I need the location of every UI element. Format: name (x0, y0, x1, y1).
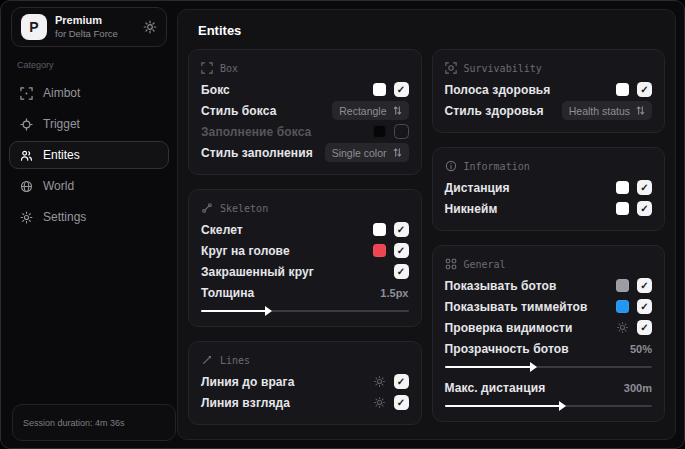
color-swatch[interactable] (373, 244, 386, 257)
card-header-label: General (464, 259, 506, 270)
slider-fill (445, 366, 534, 368)
color-swatch[interactable] (616, 83, 629, 96)
setting-row-filled-circle: Закрашенный круг ✓ (201, 261, 409, 282)
brand-title: Premium (55, 14, 118, 28)
setting-label: Толщина (201, 286, 380, 300)
sidebar-item-label: Entites (43, 148, 80, 162)
brand-logo: P (21, 14, 47, 40)
setting-label: Прозрачность ботов (445, 342, 630, 356)
setting-label: Показывать тиммейтов (445, 300, 617, 314)
color-swatch[interactable] (616, 202, 629, 215)
checkbox-checked[interactable]: ✓ (394, 395, 409, 410)
color-swatch[interactable] (373, 125, 386, 138)
checkbox-checked[interactable]: ✓ (637, 278, 652, 293)
setting-label: Закрашенный круг (201, 265, 394, 279)
target-icon (20, 118, 33, 131)
setting-row-max-distance: Макс. дистанция 300m (445, 377, 653, 398)
slider-thumb[interactable] (559, 401, 566, 411)
checkbox-checked[interactable]: ✓ (394, 264, 409, 279)
check-icon: ✓ (640, 204, 648, 214)
gear-icon[interactable] (373, 375, 386, 388)
slider-value: 300m (624, 382, 652, 394)
sidebar-item-settings[interactable]: Settings (9, 203, 169, 231)
setting-row-head-circle: Круг на голове ✓ (201, 240, 409, 261)
check-icon: ✓ (397, 85, 405, 95)
setting-row-visibility-check: Проверка видимости ✓ (445, 317, 653, 338)
slider-value: 50% (630, 343, 652, 355)
setting-row-line-enemy: Линия до врага ✓ (201, 371, 409, 392)
checkbox-checked[interactable]: ✓ (637, 180, 652, 195)
setting-row-fill-style: Стиль заполнения Single color (201, 142, 409, 163)
gear-icon[interactable] (373, 396, 386, 409)
sidebar-item-label: World (43, 179, 74, 193)
checkbox-checked[interactable]: ✓ (394, 243, 409, 258)
setting-label: Стиль заполнения (201, 146, 325, 160)
slider-fill (201, 310, 269, 312)
crosshair-icon (20, 87, 33, 100)
sidebar-item-world[interactable]: World (9, 172, 169, 200)
entities-icon (20, 149, 33, 162)
bots-opacity-slider[interactable] (445, 366, 653, 368)
setting-row-skeleton: Скелет ✓ (201, 219, 409, 240)
check-icon: ✓ (397, 246, 405, 256)
check-icon: ✓ (640, 85, 648, 95)
slider-value: 1.5px (380, 287, 408, 299)
card-information: Information Дистанция ✓ Никнейм ✓ (432, 147, 666, 231)
checkbox-checked[interactable]: ✓ (637, 201, 652, 216)
gear-icon (20, 211, 33, 224)
setting-row-line-sight: Линия взгляда ✓ (201, 392, 409, 413)
setting-label: Линия до врага (201, 375, 373, 389)
check-icon: ✓ (397, 398, 405, 408)
setting-label: Круг на голове (201, 244, 373, 258)
sidebar-item-entites[interactable]: Entites (9, 141, 169, 169)
color-swatch[interactable] (373, 83, 386, 96)
sidebar: P Premium for Delta Force Category (1, 1, 177, 448)
card-skeleton: Skeleton Скелет ✓ Круг на голове ✓ (188, 189, 422, 327)
left-column: Box Бокс ✓ Стиль бокса Rectangle (188, 49, 422, 425)
right-column: Survivability Полоса здоровья ✓ Стиль зд… (432, 49, 666, 425)
info-icon (445, 160, 457, 172)
sidebar-item-label: Trigget (43, 117, 80, 131)
setting-label: Стиль здоровья (445, 104, 562, 118)
setting-row-box-style: Стиль бокса Rectangle (201, 100, 409, 121)
sidebar-item-aimbot[interactable]: Aimbot (9, 79, 169, 107)
thickness-slider[interactable] (201, 310, 409, 312)
setting-label: Показывать ботов (445, 279, 617, 293)
setting-row-bots-opacity: Прозрачность ботов 50% (445, 338, 653, 359)
bone-icon (201, 202, 213, 214)
checkbox-checked[interactable]: ✓ (637, 320, 652, 335)
color-swatch[interactable] (373, 223, 386, 236)
dropdown-box-style[interactable]: Rectangle (332, 101, 408, 120)
sidebar-item-trigget[interactable]: Trigget (9, 110, 169, 138)
checkbox-checked[interactable]: ✓ (637, 299, 652, 314)
dropdown-health-style[interactable]: Health status (562, 101, 652, 120)
checkbox-checked[interactable]: ✓ (394, 374, 409, 389)
card-header-label: Lines (220, 355, 250, 366)
swap-arrows-icon (636, 105, 645, 116)
slider-thumb[interactable] (530, 362, 537, 372)
color-swatch[interactable] (616, 300, 629, 313)
dropdown-fill-style[interactable]: Single color (325, 143, 409, 162)
checkbox-checked[interactable]: ✓ (394, 82, 409, 97)
setting-row-health-bar: Полоса здоровья ✓ (445, 79, 653, 100)
checkbox-unchecked[interactable] (394, 124, 409, 139)
sidebar-nav: Aimbot Trigget Entites (1, 79, 177, 231)
brand-subtitle: for Delta Force (55, 28, 118, 40)
color-swatch[interactable] (616, 279, 629, 292)
page-title: Entites (178, 10, 675, 38)
gear-icon[interactable] (143, 20, 157, 34)
card-box: Box Бокс ✓ Стиль бокса Rectangle (188, 49, 422, 175)
sidebar-item-label: Aimbot (43, 86, 80, 100)
max-distance-slider[interactable] (445, 405, 653, 407)
swap-arrows-icon (393, 147, 402, 158)
scan-circle-icon (445, 62, 457, 74)
checkbox-checked[interactable]: ✓ (637, 82, 652, 97)
setting-row-box-toggle: Бокс ✓ (201, 79, 409, 100)
setting-label: Стиль бокса (201, 104, 332, 118)
setting-row-show-teammates: Показывать тиммейтов ✓ (445, 296, 653, 317)
check-icon: ✓ (640, 323, 648, 333)
slider-thumb[interactable] (265, 306, 272, 316)
color-swatch[interactable] (616, 181, 629, 194)
gear-icon[interactable] (616, 321, 629, 334)
checkbox-checked[interactable]: ✓ (394, 222, 409, 237)
